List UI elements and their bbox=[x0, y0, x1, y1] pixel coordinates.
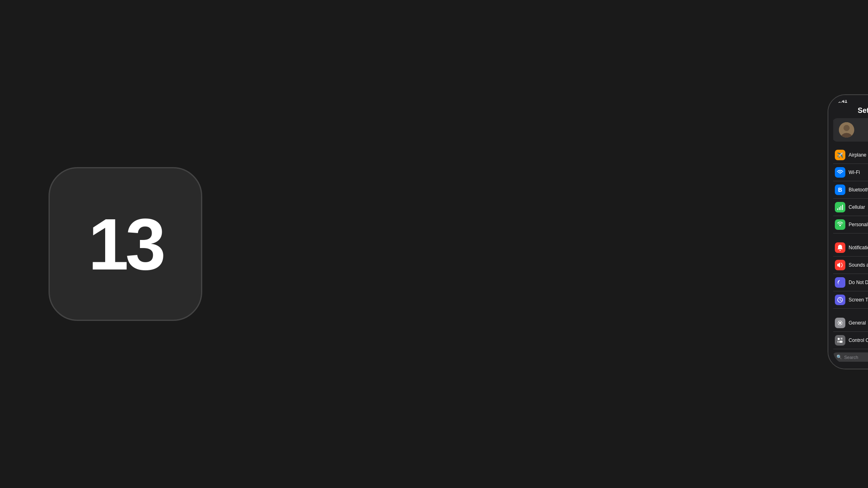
svg-rect-14 bbox=[838, 341, 838, 343]
svg-rect-3 bbox=[837, 208, 838, 210]
settings-group-2: Notifications Sounds and Haptics Do Not … bbox=[828, 239, 868, 309]
svg-point-1 bbox=[843, 125, 849, 131]
settings-group-3: General Control Center bbox=[828, 314, 868, 349]
bluetooth-icon: B bbox=[835, 185, 845, 195]
settings-row-hotspot[interactable]: Personal Hotspot bbox=[828, 216, 868, 233]
svg-rect-4 bbox=[839, 207, 840, 210]
ios-logo-number: 13 bbox=[88, 202, 163, 286]
sounds-label: Sounds and Haptics bbox=[849, 262, 868, 268]
settings-profile: Dark Mode bbox=[832, 118, 868, 142]
settings-row-dnd[interactable]: Do Not Disturb bbox=[828, 274, 868, 291]
settings-screen: 09:41 ▌▌▌ ▲ ▮ Settings bbox=[828, 95, 868, 369]
settings-row-bluetooth[interactable]: B Bluetooth bbox=[828, 181, 868, 199]
bluetooth-label: Bluetooth bbox=[849, 187, 868, 193]
settings-gap-2 bbox=[828, 309, 868, 314]
settings-row-controlcenter[interactable]: Control Center bbox=[828, 332, 868, 349]
search-magnifier-icon: 🔍 bbox=[836, 354, 842, 360]
settings-title: Settings bbox=[828, 105, 868, 118]
sounds-icon bbox=[835, 260, 845, 270]
settings-row-wifi[interactable]: Wi-Fi bbox=[828, 164, 868, 181]
cellular-icon bbox=[835, 202, 845, 212]
settings-gap-1 bbox=[828, 233, 868, 239]
settings-search[interactable]: 🔍 Search bbox=[832, 352, 868, 362]
phone-settings: 09:41 ▌▌▌ ▲ ▮ Settings bbox=[828, 94, 868, 369]
svg-point-10 bbox=[839, 322, 841, 324]
dnd-icon bbox=[835, 277, 845, 288]
controlcenter-label: Control Center bbox=[849, 337, 868, 343]
settings-row-airplane[interactable]: ✈️ Airplane Mode bbox=[828, 146, 868, 164]
dnd-label: Do Not Disturb bbox=[849, 280, 868, 285]
profile-avatar bbox=[839, 122, 854, 138]
settings-time: 09:41 bbox=[835, 98, 847, 104]
wifi-icon bbox=[835, 167, 845, 178]
svg-rect-8 bbox=[840, 250, 841, 251]
svg-rect-6 bbox=[842, 205, 843, 210]
svg-rect-5 bbox=[840, 206, 841, 210]
general-icon bbox=[835, 318, 845, 328]
airplane-mode-label: Airplane Mode bbox=[849, 152, 868, 158]
settings-row-general[interactable]: General bbox=[828, 314, 868, 332]
screentime-label: Screen Time bbox=[849, 297, 868, 303]
settings-group-1: ✈️ Airplane Mode Wi-Fi B Bluetooth bbox=[828, 146, 868, 233]
hotspot-label: Personal Hotspot bbox=[849, 222, 868, 227]
wifi-label: Wi-Fi bbox=[849, 170, 860, 175]
settings-row-screentime[interactable]: Screen Time bbox=[828, 291, 868, 309]
search-placeholder: Search bbox=[844, 355, 858, 360]
cellular-label: Cellular bbox=[849, 204, 865, 210]
settings-row-notifications[interactable]: Notifications bbox=[828, 239, 868, 257]
notifications-icon bbox=[835, 242, 845, 253]
controlcenter-icon bbox=[835, 335, 845, 346]
ios-logo: 13 bbox=[49, 167, 202, 321]
settings-row-sounds[interactable]: Sounds and Haptics bbox=[828, 257, 868, 274]
svg-rect-15 bbox=[839, 341, 843, 343]
ios-logo-box: 13 bbox=[49, 167, 202, 321]
svg-point-7 bbox=[839, 225, 841, 226]
hotspot-icon bbox=[835, 219, 845, 230]
airplane-mode-icon: ✈️ bbox=[835, 150, 845, 160]
scene: 13 09:41 ▌▌▌ ▲ ▮ Settings bbox=[0, 0, 868, 488]
screentime-icon bbox=[835, 295, 845, 305]
svg-rect-13 bbox=[840, 339, 843, 340]
general-label: General bbox=[849, 320, 866, 326]
notifications-label: Notifications bbox=[849, 245, 868, 250]
settings-row-cellular[interactable]: Cellular bbox=[828, 199, 868, 216]
svg-rect-11 bbox=[838, 338, 840, 340]
svg-rect-12 bbox=[840, 338, 843, 339]
